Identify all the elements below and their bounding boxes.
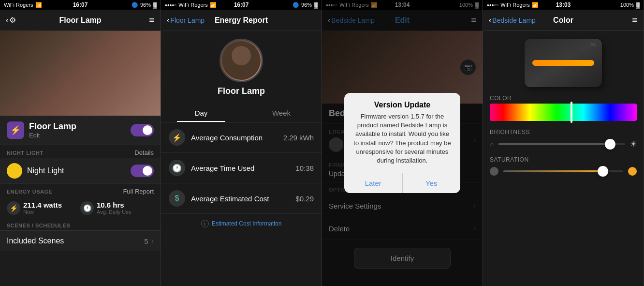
stat-row-cost: $ Average Estimated Cost $0.29 — [161, 183, 322, 214]
product-stripe — [532, 60, 594, 66]
scenes-chevron-icon: › — [151, 237, 154, 245]
saturation-section: Saturation — [483, 152, 644, 180]
night-light-section-label: NIGHT LIGHT — [7, 150, 44, 156]
brightness-section: Brightness ○ ☀ — [483, 125, 644, 152]
status-bar-4: ●●●○○ WiFi Rogers 📶 13:03 100% ▓ — [483, 0, 644, 10]
brightness-fill — [498, 143, 610, 145]
brightness-low-icon: ○ — [490, 140, 494, 148]
device-name-wrap-1: Floor Lamp Edit — [29, 121, 131, 139]
product-logo: lifx — [591, 43, 596, 47]
night-light-row: Night Light — [0, 158, 161, 184]
panel-energy-report: ●●●●○ WiFi Rogers 📶 16:07 🔵 96% ▓ ‹ Floo… — [161, 0, 322, 286]
menu-button-1[interactable]: ≡ — [149, 15, 155, 26]
energy-usage-section-label: ENERGY USAGE — [7, 189, 52, 195]
consumption-value: 2.29 kWh — [283, 134, 314, 142]
saturation-high-icon — [628, 167, 637, 176]
color-spectrum[interactable] — [490, 104, 637, 121]
saturation-fill — [503, 170, 603, 172]
version-update-dialog: Version Update Firmware version 1.5.7 fo… — [344, 93, 460, 193]
cost-value: $0.29 — [295, 195, 314, 203]
night-light-toggle[interactable] — [131, 165, 154, 177]
device-edit-1[interactable]: Edit — [29, 132, 131, 139]
cost-icon: $ — [169, 190, 185, 207]
brightness-high-icon: ☀ — [630, 139, 637, 149]
watts-info: 211.4 watts Now — [23, 201, 62, 215]
watts-item: ⚡ 211.4 watts Now — [7, 201, 80, 215]
device-info-1: ⚡ Floor Lamp Edit — [0, 116, 161, 145]
dialog-later-button[interactable]: Later — [344, 173, 402, 193]
back-chevron-2: ‹ — [167, 16, 169, 25]
saturation-thumb[interactable] — [598, 166, 608, 177]
time-1: 16:07 — [73, 1, 88, 8]
night-light-label: Night Light — [27, 166, 131, 175]
cost-label: Average Estimated Cost — [191, 195, 295, 203]
full-report-link[interactable]: Full Report — [123, 188, 154, 195]
back-button-1[interactable]: ‹ ⚙ — [6, 15, 16, 25]
consumption-icon: ⚡ — [169, 129, 185, 146]
est-cost-link[interactable]: Estimated Cost Information — [212, 220, 282, 227]
saturation-row — [490, 167, 637, 176]
energy-usage-header: ENERGY USAGE Full Report — [0, 184, 161, 197]
nav-bar-1: ‹ ⚙ Floor Lamp ≡ — [0, 10, 161, 31]
toggle-wrap-1 — [131, 124, 154, 136]
nav-title-1: Floor Lamp — [59, 16, 101, 25]
dialog-buttons: Later Yes — [344, 173, 460, 193]
consumption-label: Average Consumption — [191, 134, 283, 142]
battery-icon-1: ▓ — [153, 2, 157, 8]
device-name-1: Floor Lamp — [29, 121, 131, 132]
wifi-icon-4: 📶 — [532, 2, 539, 8]
nav-title-2: Energy Report — [215, 16, 268, 25]
settings-icon-1: ⚙ — [9, 15, 16, 25]
hero-image-1 — [0, 31, 161, 116]
brightness-row: ○ ☀ — [490, 139, 637, 149]
scenes-row[interactable]: Included Scenes 5 › — [0, 230, 161, 251]
brightness-thumb[interactable] — [605, 139, 615, 150]
nav-bar-2: ‹ Floor Lamp Energy Report — [161, 10, 322, 31]
status-left-2: ●●●●○ WiFi Rogers 📶 — [165, 2, 217, 8]
dialog-yes-button[interactable]: Yes — [402, 173, 461, 193]
status-bar-2: ●●●●○ WiFi Rogers 📶 16:07 🔵 96% ▓ — [161, 0, 322, 10]
signal-dots-2: ●●●●○ — [165, 3, 176, 7]
night-light-bulb-icon — [7, 163, 22, 179]
device-icon-1: ⚡ — [7, 121, 24, 139]
hours-sublabel: Avg. Daily Use — [97, 209, 132, 215]
saturation-low-icon — [490, 167, 498, 176]
tab-day[interactable]: Day — [161, 104, 241, 122]
panel-floor-lamp: WiFi Rogers 📶 16:07 🔵 96% ▓ ‹ ⚙ Floor La… — [0, 0, 161, 286]
back-button-4[interactable]: ‹ Bedside Lamp — [489, 16, 536, 25]
night-light-details[interactable]: Details — [134, 149, 154, 156]
watts-value: 211.4 watts — [23, 201, 62, 209]
scenes-section-label: SCENES / SCHEDULES — [7, 223, 70, 228]
back-title-2: Floor Lamp — [170, 16, 205, 24]
battery-icon-4: ▓ — [636, 2, 640, 8]
back-button-2[interactable]: ‹ Floor Lamp — [167, 16, 205, 25]
time-2: 16:07 — [234, 1, 249, 8]
lightning-icon: ⚡ — [7, 201, 20, 215]
hours-value: 10.6 hrs — [97, 201, 132, 209]
clock-icon: 🕐 — [80, 201, 94, 215]
battery-icon-2: ▓ — [314, 2, 318, 8]
brightness-track[interactable] — [498, 143, 625, 145]
battery-2: 96% — [301, 2, 312, 8]
time-used-label: Average Time Used — [191, 164, 295, 172]
wifi-icon-1: 📶 — [35, 2, 42, 8]
dialog-body: Firmware version 1.5.7 for the product n… — [344, 112, 460, 173]
tab-week[interactable]: Week — [241, 104, 322, 122]
carrier-1: WiFi Rogers — [4, 2, 33, 8]
back-title-4: Bedside Lamp — [492, 16, 536, 24]
status-bar-1: WiFi Rogers 📶 16:07 🔵 96% ▓ — [0, 0, 161, 10]
menu-button-4[interactable]: ≡ — [632, 15, 638, 26]
scenes-count: 5 — [144, 237, 148, 245]
nav-bar-4: ‹ Bedside Lamp Color ≡ — [483, 10, 644, 31]
saturation-track[interactable] — [503, 170, 623, 172]
time-used-value: 10:38 — [295, 164, 314, 172]
hero-overlay-1 — [0, 31, 161, 116]
energy-device-name: Floor Lamp — [161, 86, 322, 96]
dialog-overlay: Version Update Firmware version 1.5.7 fo… — [322, 0, 483, 286]
spectrum-marker — [571, 102, 572, 123]
status-left-4: ●●●○○ WiFi Rogers 📶 — [487, 2, 539, 8]
power-toggle-1[interactable] — [131, 124, 154, 136]
signal-dots-4: ●●●○○ — [487, 3, 498, 7]
night-light-header: NIGHT LIGHT Details — [0, 145, 161, 158]
product-box: lifx — [525, 39, 602, 87]
